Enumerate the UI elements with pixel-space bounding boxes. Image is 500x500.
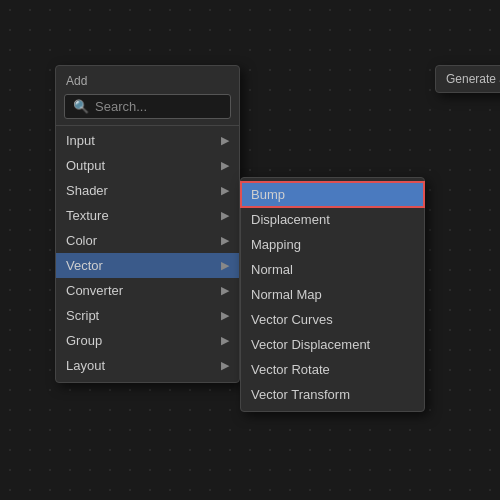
- menu-item-input[interactable]: Input ▶: [56, 128, 239, 153]
- arrow-icon: ▶: [221, 184, 229, 197]
- submenu-item-vector-rotate[interactable]: Vector Rotate: [241, 357, 424, 382]
- menu-item-color[interactable]: Color ▶: [56, 228, 239, 253]
- arrow-icon: ▶: [221, 309, 229, 322]
- submenu-item-mapping[interactable]: Mapping: [241, 232, 424, 257]
- menu-item-converter[interactable]: Converter ▶: [56, 278, 239, 303]
- submenu-item-displacement[interactable]: Displacement: [241, 207, 424, 232]
- vector-submenu: Bump Displacement Mapping Normal Normal …: [240, 177, 425, 412]
- arrow-icon: ▶: [221, 209, 229, 222]
- submenu-item-normal-map[interactable]: Normal Map: [241, 282, 424, 307]
- menu-item-vector[interactable]: Vector ▶: [56, 253, 239, 278]
- arrow-icon: ▶: [221, 134, 229, 147]
- tooltip-text: Generate a perturbed nor: [446, 72, 500, 86]
- arrow-icon: ▶: [221, 359, 229, 372]
- arrow-icon: ▶: [221, 234, 229, 247]
- menu-item-layout[interactable]: Layout ▶: [56, 353, 239, 378]
- menu-title: Add: [56, 70, 239, 90]
- arrow-icon: ▶: [221, 259, 229, 272]
- submenu-item-vector-transform[interactable]: Vector Transform: [241, 382, 424, 407]
- arrow-icon: ▶: [221, 284, 229, 297]
- menu-item-shader[interactable]: Shader ▶: [56, 178, 239, 203]
- search-input-label: Search...: [95, 99, 147, 114]
- menu-item-group[interactable]: Group ▶: [56, 328, 239, 353]
- arrow-icon: ▶: [221, 159, 229, 172]
- arrow-icon: ▶: [221, 334, 229, 347]
- main-menu: Add 🔍 Search... Input ▶ Output ▶ Shader …: [55, 65, 240, 383]
- submenu-item-vector-displacement[interactable]: Vector Displacement: [241, 332, 424, 357]
- menu-item-texture[interactable]: Texture ▶: [56, 203, 239, 228]
- search-icon: 🔍: [73, 99, 89, 114]
- menu-container: Add 🔍 Search... Input ▶ Output ▶ Shader …: [55, 65, 425, 412]
- menu-divider: [56, 125, 239, 126]
- search-box[interactable]: 🔍 Search...: [64, 94, 231, 119]
- menu-item-script[interactable]: Script ▶: [56, 303, 239, 328]
- submenu-item-vector-curves[interactable]: Vector Curves: [241, 307, 424, 332]
- submenu-item-bump[interactable]: Bump: [241, 182, 424, 207]
- tooltip-panel: Generate a perturbed nor: [435, 65, 500, 93]
- menu-item-output[interactable]: Output ▶: [56, 153, 239, 178]
- submenu-item-normal[interactable]: Normal: [241, 257, 424, 282]
